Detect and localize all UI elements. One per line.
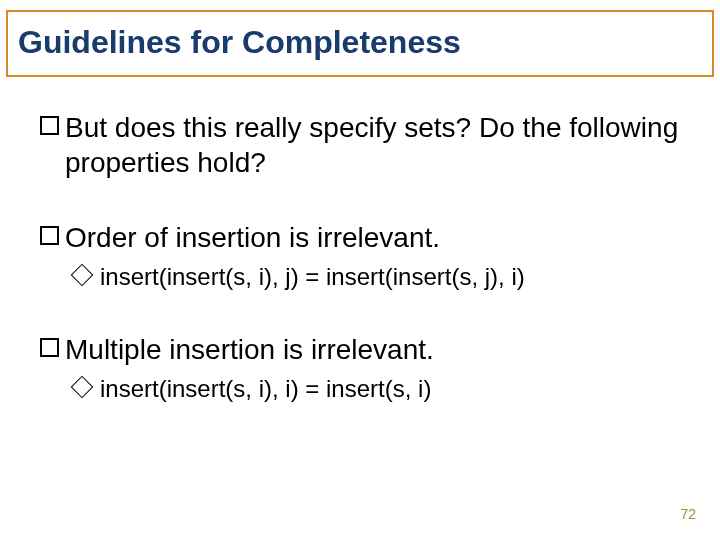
bullet-item: Order of insertion is irrelevant. [40,220,680,255]
content-area: But does this really specify sets? Do th… [40,110,680,404]
bullet-text: Order of insertion is irrelevant. [65,220,440,255]
sub-bullet-text: insert(insert(s, i), i) = insert(s, i) [100,373,431,404]
sub-bullet-item: insert(insert(s, i), i) = insert(s, i) [74,373,680,404]
square-bullet-icon [40,338,59,357]
square-bullet-icon [40,116,59,135]
bullet-text: But does this really specify sets? Do th… [65,110,680,180]
bullet-text: Multiple insertion is irrelevant. [65,332,434,367]
sub-bullet-item: insert(insert(s, i), j) = insert(insert(… [74,261,680,292]
slide: Guidelines for Completeness But does thi… [0,0,720,540]
bullet-item: But does this really specify sets? Do th… [40,110,680,180]
slide-title: Guidelines for Completeness [18,24,702,61]
diamond-bullet-icon [71,264,94,287]
sub-bullet-text: insert(insert(s, i), j) = insert(insert(… [100,261,525,292]
square-bullet-icon [40,226,59,245]
title-box: Guidelines for Completeness [6,10,714,77]
page-number: 72 [680,506,696,522]
diamond-bullet-icon [71,376,94,399]
bullet-item: Multiple insertion is irrelevant. [40,332,680,367]
